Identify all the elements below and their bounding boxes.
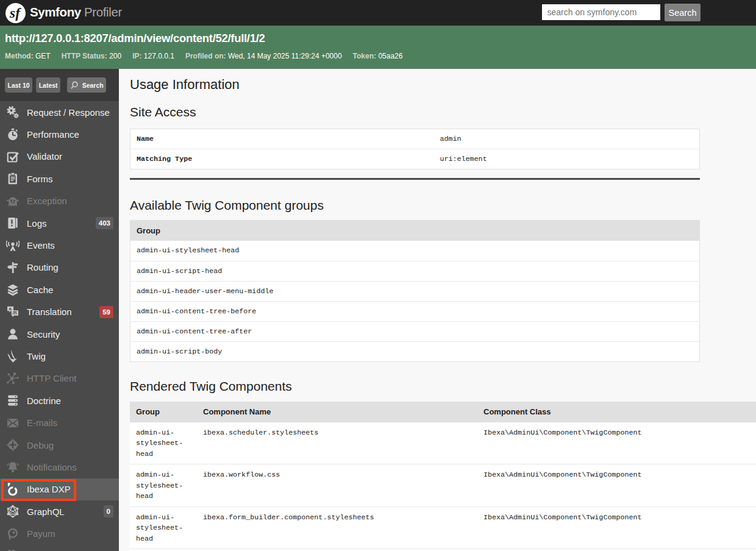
svg-text:sf: sf	[9, 5, 21, 21]
